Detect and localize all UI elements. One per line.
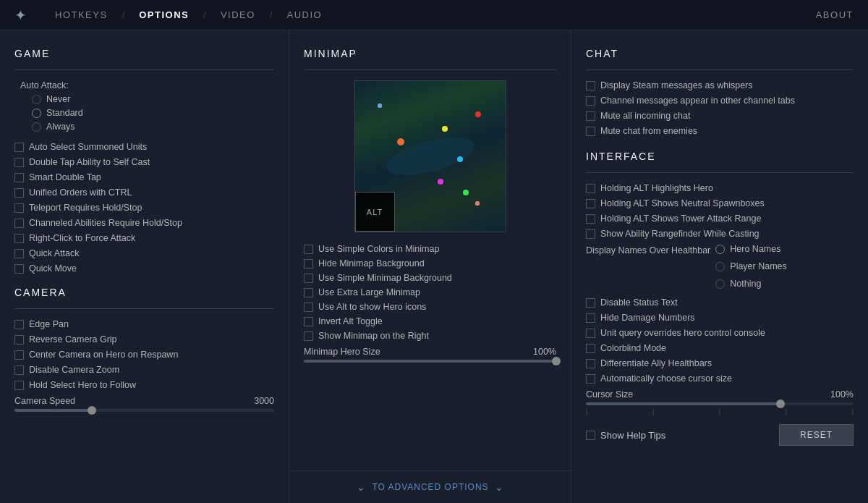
check-mute-enemies[interactable] <box>586 127 595 136</box>
radio-nothing[interactable] <box>715 279 725 289</box>
camera-speed-thumb[interactable] <box>88 406 96 415</box>
nav-audio[interactable]: AUDIO <box>281 9 328 20</box>
check-colorblind[interactable] <box>586 344 595 353</box>
check-quick-move[interactable] <box>14 264 24 274</box>
radio-always-label[interactable]: Always <box>46 122 75 132</box>
label-show-rangefinder[interactable]: Show Ability Rangefinder While Casting <box>600 229 760 239</box>
label-quick-move[interactable]: Quick Move <box>29 263 77 274</box>
check-simple-minimap-bg[interactable] <box>304 274 313 283</box>
check-hold-select[interactable] <box>14 381 24 390</box>
hero-size-thumb[interactable] <box>552 357 561 365</box>
camera-speed-track[interactable] <box>14 409 274 412</box>
check-alt-hero-icons[interactable] <box>304 303 313 312</box>
check-simple-colors[interactable] <box>304 245 313 254</box>
check-extra-large[interactable] <box>304 288 313 297</box>
label-show-help[interactable]: Show Help Tips <box>600 430 665 441</box>
radio-hero-names[interactable] <box>715 245 725 254</box>
label-teleport[interactable]: Teleport Requires Hold/Stop <box>29 203 142 213</box>
radio-standard-label[interactable]: Standard <box>46 108 83 118</box>
main-content: GAME Auto Attack: Never Standard Always <box>0 30 868 503</box>
check-unit-query[interactable] <box>586 329 595 338</box>
label-disable-status[interactable]: Disable Status Text <box>600 297 678 308</box>
check-teleport[interactable] <box>14 203 24 213</box>
radio-never-label[interactable]: Never <box>46 94 70 104</box>
check-differentiate-ally[interactable] <box>586 359 595 368</box>
check-quick-attack[interactable] <box>14 249 24 258</box>
label-hold-select[interactable]: Hold Select Hero to Follow <box>29 380 136 390</box>
advanced-options-label[interactable]: TO ADVANCED OPTIONS <box>372 482 488 492</box>
nav-options[interactable]: OPTIONS <box>133 9 195 20</box>
label-display-steam[interactable]: Display Steam messages as whispers <box>600 80 753 90</box>
label-invert-alt[interactable]: Invert Alt Toggle <box>318 316 383 326</box>
label-colorblind[interactable]: Colorblind Mode <box>600 343 666 353</box>
reset-button[interactable]: RESET <box>779 424 854 446</box>
check-center-camera[interactable] <box>14 350 24 360</box>
radio-never[interactable] <box>32 95 41 104</box>
check-disable-status[interactable] <box>586 298 595 308</box>
check-holding-alt-tower[interactable] <box>586 214 595 224</box>
check-auto-cursor[interactable] <box>586 374 595 384</box>
check-hide-damage[interactable] <box>586 313 595 323</box>
label-unit-query[interactable]: Unit query overrides hero control consol… <box>600 328 765 338</box>
check-minimap-right[interactable] <box>304 331 313 341</box>
label-differentiate-ally[interactable]: Differentiate Ally Healthbars <box>600 358 712 368</box>
nav-video[interactable]: VIDEO <box>215 9 261 20</box>
label-alt-hero-icons[interactable]: Use Alt to show Hero icons <box>318 302 426 312</box>
check-smart-double-tap[interactable] <box>14 173 24 182</box>
check-holding-alt-spawnboxes[interactable] <box>586 199 595 208</box>
check-show-rangefinder[interactable] <box>586 229 595 239</box>
label-minimap-right[interactable]: Show Minimap on the Right <box>318 331 429 341</box>
hero-size-track[interactable] <box>304 360 556 363</box>
label-double-tap[interactable]: Double Tap Ability to Self Cast <box>29 157 150 167</box>
check-show-help[interactable] <box>586 431 595 440</box>
check-reverse-camera[interactable] <box>14 335 24 345</box>
label-simple-colors[interactable]: Use Simple Colors in Minimap <box>318 244 439 254</box>
label-right-click[interactable]: Right-Click to Force Attack <box>29 233 135 243</box>
radio-standard[interactable] <box>32 109 41 118</box>
cursor-size-thumb[interactable] <box>776 400 785 408</box>
check-display-steam[interactable] <box>586 81 595 90</box>
hero-size-label: Minimap Hero Size <box>304 347 380 357</box>
label-unified-orders[interactable]: Unified Orders with CTRL <box>29 187 132 198</box>
check-holding-alt-hero[interactable] <box>586 184 595 193</box>
check-hide-background[interactable] <box>304 259 313 269</box>
check-edge-pan[interactable] <box>14 320 24 329</box>
advanced-options-link[interactable]: ⌄ TO ADVANCED OPTIONS ⌄ <box>289 470 571 503</box>
label-auto-select[interactable]: Auto Select Summoned Units <box>29 142 147 152</box>
nav-hotkeys[interactable]: HOTKEYS <box>49 9 114 20</box>
label-disable-zoom[interactable]: Disable Camera Zoom <box>29 365 119 375</box>
check-disable-zoom[interactable] <box>14 365 24 375</box>
label-quick-attack[interactable]: Quick Attack <box>29 248 79 258</box>
check-unified-orders[interactable] <box>14 188 24 198</box>
label-extra-large[interactable]: Use Extra Large Minimap <box>318 287 420 297</box>
radio-always[interactable] <box>32 122 41 132</box>
check-auto-select[interactable] <box>14 143 24 152</box>
check-double-tap[interactable] <box>14 158 24 167</box>
label-center-camera[interactable]: Center Camera on Hero on Respawn <box>29 350 178 360</box>
nav-about[interactable]: ABOUT <box>816 9 854 20</box>
label-edge-pan[interactable]: Edge Pan <box>29 319 69 329</box>
check-mute-chat[interactable] <box>586 111 595 121</box>
check-right-click[interactable] <box>14 234 24 243</box>
label-smart-double-tap[interactable]: Smart Double Tap <box>29 172 101 182</box>
label-channeled[interactable]: Channeled Abilities Require Hold/Stop <box>29 218 182 228</box>
label-simple-minimap-bg[interactable]: Use Simple Minimap Background <box>318 273 452 283</box>
label-holding-alt-hero[interactable]: Holding ALT Highlights Hero <box>600 183 713 193</box>
label-holding-alt-tower[interactable]: Holding ALT Shows Tower Attack Range <box>600 214 761 224</box>
check-invert-alt[interactable] <box>304 317 313 326</box>
label-hero-names[interactable]: Hero Names <box>730 244 780 254</box>
label-hide-damage[interactable]: Hide Damage Numbers <box>600 313 695 323</box>
label-hide-background[interactable]: Hide Minimap Background <box>318 258 425 269</box>
label-channel-messages[interactable]: Channel messages appear in other channel… <box>600 96 795 106</box>
label-mute-enemies[interactable]: Mute chat from enemies <box>600 126 697 136</box>
cursor-size-track[interactable] <box>586 402 854 405</box>
label-auto-cursor[interactable]: Automatically choose cursor size <box>600 373 732 384</box>
check-channel-messages[interactable] <box>586 96 595 106</box>
label-mute-chat[interactable]: Mute all incoming chat <box>600 111 690 121</box>
label-holding-alt-spawnboxes[interactable]: Holding ALT Shows Neutral Spawnboxes <box>600 198 765 208</box>
radio-player-names[interactable] <box>715 262 725 271</box>
label-player-names[interactable]: Player Names <box>730 261 787 271</box>
check-channeled[interactable] <box>14 219 24 228</box>
label-nothing[interactable]: Nothing <box>730 279 761 289</box>
label-reverse-camera[interactable]: Reverse Camera Grip <box>29 334 117 345</box>
